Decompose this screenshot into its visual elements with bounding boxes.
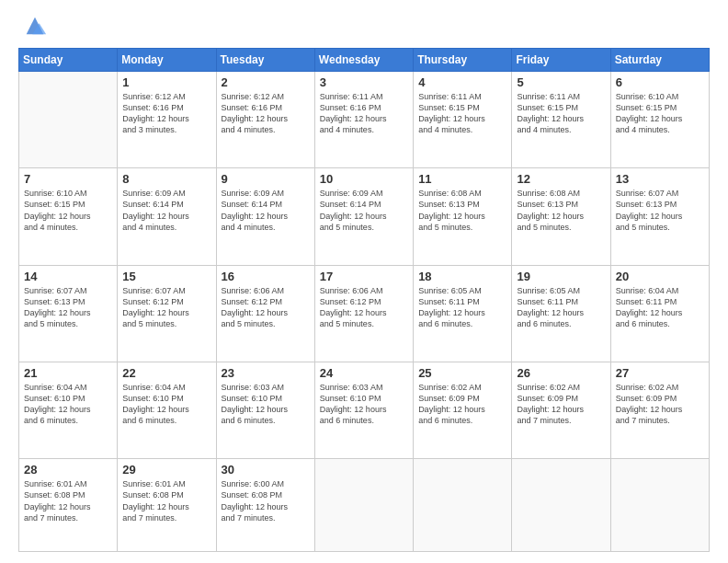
calendar-cell: 1Sunrise: 6:12 AMSunset: 6:16 PMDaylight…	[118, 72, 216, 168]
day-number: 20	[616, 270, 704, 283]
day-info: Sunrise: 6:04 AMSunset: 6:10 PMDaylight:…	[122, 382, 210, 427]
daylight-line2: and 4 minutes.	[616, 125, 670, 134]
day-info: Sunrise: 6:06 AMSunset: 6:12 PMDaylight:…	[320, 285, 408, 330]
calendar-cell: 9Sunrise: 6:09 AMSunset: 6:14 PMDaylight…	[216, 168, 314, 265]
daylight-line2: and 7 minutes.	[616, 416, 670, 425]
sunset-text: Sunset: 6:10 PM	[24, 394, 85, 403]
daylight-line2: and 4 minutes.	[517, 125, 571, 134]
sunset-text: Sunset: 6:16 PM	[222, 103, 283, 112]
day-number: 21	[24, 366, 112, 380]
calendar-cell: 3Sunrise: 6:11 AMSunset: 6:16 PMDaylight…	[314, 72, 413, 168]
sunset-text: Sunset: 6:08 PM	[24, 490, 85, 500]
sunset-text: Sunset: 6:11 PM	[517, 297, 578, 306]
daylight-line1: Daylight: 12 hours	[517, 405, 584, 414]
day-number: 30	[222, 463, 310, 477]
weekday-header-sunday: Sunday	[19, 49, 118, 72]
day-info: Sunrise: 6:01 AMSunset: 6:08 PMDaylight:…	[24, 478, 112, 523]
calendar-cell: 7Sunrise: 6:10 AMSunset: 6:15 PMDaylight…	[19, 168, 118, 265]
day-number: 18	[418, 270, 506, 283]
daylight-line2: and 5 minutes.	[122, 319, 176, 328]
calendar-cell: 17Sunrise: 6:06 AMSunset: 6:12 PMDayligh…	[314, 265, 413, 362]
sunrise-text: Sunrise: 6:05 AM	[517, 286, 580, 295]
day-number: 22	[122, 366, 210, 380]
sunset-text: Sunset: 6:12 PM	[222, 297, 283, 306]
calendar-cell: 10Sunrise: 6:09 AMSunset: 6:14 PMDayligh…	[314, 168, 413, 265]
calendar-cell: 6Sunrise: 6:10 AMSunset: 6:15 PMDaylight…	[610, 72, 709, 168]
daylight-line1: Daylight: 12 hours	[517, 114, 584, 123]
calendar-cell: 13Sunrise: 6:07 AMSunset: 6:13 PMDayligh…	[610, 168, 709, 265]
sunset-text: Sunset: 6:16 PM	[122, 103, 184, 112]
day-number: 4	[418, 75, 506, 89]
daylight-line2: and 4 minutes.	[222, 125, 276, 134]
day-number: 19	[517, 270, 605, 283]
day-number: 28	[24, 463, 112, 477]
calendar-cell	[414, 459, 512, 552]
sunrise-text: Sunrise: 6:07 AM	[24, 286, 87, 295]
daylight-line2: and 4 minutes.	[24, 223, 78, 232]
day-info: Sunrise: 6:03 AMSunset: 6:10 PMDaylight:…	[320, 382, 408, 427]
sunrise-text: Sunrise: 6:09 AM	[320, 189, 383, 198]
sunset-text: Sunset: 6:10 PM	[320, 394, 381, 403]
day-info: Sunrise: 6:04 AMSunset: 6:11 PMDaylight:…	[616, 285, 704, 330]
daylight-line1: Daylight: 12 hours	[418, 405, 485, 414]
daylight-line2: and 6 minutes.	[517, 319, 571, 328]
day-info: Sunrise: 6:11 AMSunset: 6:16 PMDaylight:…	[320, 91, 408, 136]
day-info: Sunrise: 6:10 AMSunset: 6:15 PMDaylight:…	[616, 91, 704, 136]
day-number: 15	[122, 270, 210, 283]
day-number: 27	[616, 366, 704, 380]
sunset-text: Sunset: 6:09 PM	[517, 394, 578, 403]
calendar-cell: 22Sunrise: 6:04 AMSunset: 6:10 PMDayligh…	[118, 362, 216, 458]
daylight-line1: Daylight: 12 hours	[122, 405, 189, 414]
calendar-cell	[314, 459, 413, 552]
sunrise-text: Sunrise: 6:07 AM	[122, 286, 186, 295]
calendar-week-row: 7Sunrise: 6:10 AMSunset: 6:15 PMDaylight…	[19, 168, 710, 265]
daylight-line1: Daylight: 12 hours	[517, 308, 584, 317]
sunrise-text: Sunrise: 6:05 AM	[418, 286, 482, 295]
sunrise-text: Sunrise: 6:06 AM	[222, 286, 285, 295]
sunrise-text: Sunrise: 6:04 AM	[122, 383, 186, 392]
calendar-cell	[19, 72, 118, 168]
sunset-text: Sunset: 6:09 PM	[418, 394, 480, 403]
day-info: Sunrise: 6:09 AMSunset: 6:14 PMDaylight:…	[222, 188, 310, 233]
sunrise-text: Sunrise: 6:10 AM	[616, 92, 679, 101]
day-info: Sunrise: 6:09 AMSunset: 6:14 PMDaylight:…	[320, 188, 408, 233]
daylight-line2: and 6 minutes.	[320, 416, 374, 425]
calendar-cell: 2Sunrise: 6:12 AMSunset: 6:16 PMDaylight…	[216, 72, 314, 168]
header	[18, 17, 710, 39]
day-number: 11	[418, 172, 506, 186]
daylight-line2: and 7 minutes.	[517, 416, 571, 425]
day-info: Sunrise: 6:09 AMSunset: 6:14 PMDaylight:…	[122, 188, 210, 233]
daylight-line1: Daylight: 12 hours	[24, 502, 91, 511]
daylight-line2: and 7 minutes.	[24, 513, 78, 523]
calendar-cell: 26Sunrise: 6:02 AMSunset: 6:09 PMDayligh…	[512, 362, 610, 458]
day-info: Sunrise: 6:02 AMSunset: 6:09 PMDaylight:…	[517, 382, 605, 427]
sunrise-text: Sunrise: 6:12 AM	[122, 92, 186, 101]
calendar-cell: 23Sunrise: 6:03 AMSunset: 6:10 PMDayligh…	[216, 362, 314, 458]
sunset-text: Sunset: 6:14 PM	[222, 200, 283, 209]
daylight-line1: Daylight: 12 hours	[616, 114, 683, 123]
daylight-line1: Daylight: 12 hours	[222, 502, 289, 511]
daylight-line1: Daylight: 12 hours	[418, 308, 485, 317]
day-number: 2	[222, 75, 310, 89]
day-info: Sunrise: 6:10 AMSunset: 6:15 PMDaylight:…	[24, 188, 112, 233]
sunrise-text: Sunrise: 6:09 AM	[222, 189, 285, 198]
day-number: 8	[122, 172, 210, 186]
sunrise-text: Sunrise: 6:11 AM	[320, 92, 383, 101]
weekday-header-row: SundayMondayTuesdayWednesdayThursdayFrid…	[19, 49, 710, 72]
sunset-text: Sunset: 6:10 PM	[122, 394, 184, 403]
day-info: Sunrise: 6:12 AMSunset: 6:16 PMDaylight:…	[222, 91, 310, 136]
day-number: 9	[222, 172, 310, 186]
calendar-cell: 29Sunrise: 6:01 AMSunset: 6:08 PMDayligh…	[118, 459, 216, 552]
daylight-line2: and 6 minutes.	[418, 416, 472, 425]
sunset-text: Sunset: 6:15 PM	[616, 103, 677, 112]
sunset-text: Sunset: 6:12 PM	[122, 297, 184, 306]
daylight-line2: and 5 minutes.	[320, 319, 374, 328]
day-number: 5	[517, 75, 605, 89]
daylight-line2: and 4 minutes.	[222, 223, 276, 232]
day-number: 25	[418, 366, 506, 380]
day-info: Sunrise: 6:03 AMSunset: 6:10 PMDaylight:…	[222, 382, 310, 427]
daylight-line1: Daylight: 12 hours	[616, 405, 683, 414]
calendar-cell: 16Sunrise: 6:06 AMSunset: 6:12 PMDayligh…	[216, 265, 314, 362]
day-info: Sunrise: 6:05 AMSunset: 6:11 PMDaylight:…	[517, 285, 605, 330]
day-info: Sunrise: 6:11 AMSunset: 6:15 PMDaylight:…	[418, 91, 506, 136]
